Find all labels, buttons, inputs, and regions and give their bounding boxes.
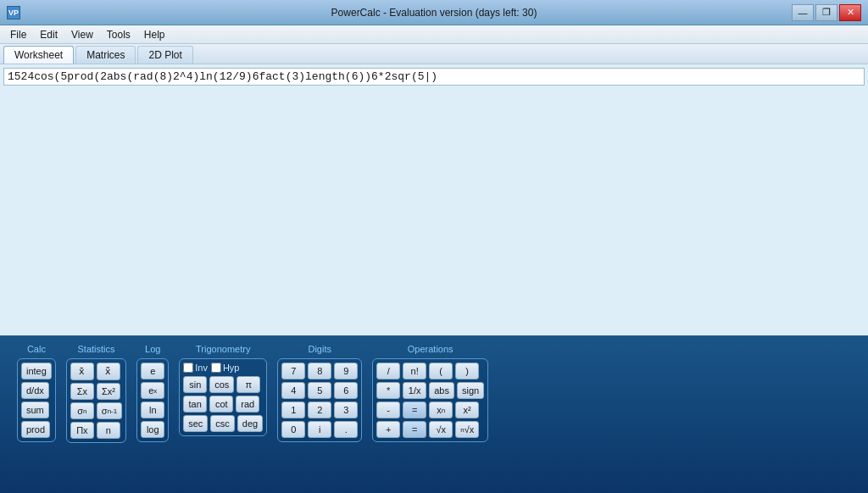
group-digits-title: Digits	[308, 344, 331, 354]
group-operations: Operations / n! ( ) * 1/x abs sign - = x…	[372, 344, 488, 442]
btn-equals2[interactable]: =	[403, 421, 426, 438]
menubar: File Edit View Tools Help	[0, 25, 868, 44]
btn-ddx[interactable]: d/dx	[21, 382, 49, 399]
btn-n[interactable]: n	[97, 422, 120, 439]
btn-recip[interactable]: 1/x	[403, 382, 426, 399]
btn-e[interactable]: e	[141, 363, 164, 379]
btn-sin[interactable]: sin	[183, 376, 207, 393]
btn-log[interactable]: log	[141, 421, 164, 438]
titlebar-left: VP	[7, 6, 20, 19]
btn-abs[interactable]: abs	[429, 382, 454, 399]
menu-view[interactable]: View	[64, 27, 100, 42]
formula-input[interactable]	[3, 68, 865, 86]
btn-sumx[interactable]: Σx	[70, 383, 94, 400]
menu-help[interactable]: Help	[137, 27, 172, 42]
group-trig-title: Trigonometry	[196, 344, 250, 354]
btn-cot[interactable]: cot	[209, 396, 233, 413]
btn-prod[interactable]: prod	[21, 421, 50, 438]
btn-i[interactable]: i	[308, 421, 331, 438]
worksheet-area	[0, 64, 868, 335]
btn-rparen[interactable]: )	[455, 363, 479, 379]
btn-sign[interactable]: sign	[457, 382, 484, 399]
btn-1[interactable]: 1	[281, 402, 305, 418]
group-log-inner: e ex ln log	[136, 358, 169, 442]
group-calc-title: Calc	[27, 344, 46, 354]
btn-ex[interactable]: ex	[141, 382, 164, 399]
inv-label: Inv	[195, 363, 208, 373]
hyp-checkbox[interactable]	[211, 363, 221, 373]
btn-nthroot[interactable]: n√x	[455, 421, 479, 438]
btn-mean[interactable]: x̄	[70, 363, 94, 380]
group-trig: Trigonometry Inv Hyp sin cos π tan cot r…	[179, 344, 267, 436]
btn-subtract[interactable]: -	[376, 402, 400, 418]
group-calc-inner: integ d/dx sum prod	[17, 358, 56, 442]
group-statistics-title: Statistics	[78, 344, 115, 354]
btn-0[interactable]: 0	[281, 421, 305, 438]
group-log: Log e ex ln log	[136, 344, 169, 442]
btn-add[interactable]: +	[376, 421, 400, 438]
group-statistics-inner: x̄ x̃ Σx Σx² σn σn-1 Πx n	[66, 358, 126, 443]
btn-sec[interactable]: sec	[183, 415, 208, 432]
btn-xn[interactable]: xn	[429, 402, 453, 418]
minimize-button[interactable]: —	[792, 4, 814, 21]
titlebar: VP PowerCalc - Evaluation version (days …	[0, 0, 868, 25]
btn-3[interactable]: 3	[334, 402, 358, 418]
btn-9[interactable]: 9	[334, 363, 358, 379]
btn-divide[interactable]: /	[376, 363, 400, 379]
group-digits: Digits 7 8 9 4 5 6 1 2 3 0 i .	[277, 344, 362, 442]
btn-8[interactable]: 8	[308, 363, 331, 379]
btn-equals[interactable]: =	[403, 402, 426, 418]
group-operations-title: Operations	[408, 344, 453, 354]
menu-edit[interactable]: Edit	[33, 27, 64, 42]
tab-2dplot[interactable]: 2D Plot	[137, 46, 192, 64]
hyp-checkbox-label[interactable]: Hyp	[211, 363, 240, 373]
btn-7[interactable]: 7	[281, 363, 305, 379]
group-operations-inner: / n! ( ) * 1/x abs sign - = xn x² + = √x	[372, 358, 488, 442]
tabbar: Worksheet Matrices 2D Plot	[0, 44, 868, 64]
btn-x2[interactable]: x²	[455, 402, 479, 418]
btn-sqrt[interactable]: √x	[429, 421, 453, 438]
titlebar-title: PowerCalc - Evaluation version (days lef…	[0, 7, 868, 19]
inv-checkbox-label[interactable]: Inv	[183, 363, 208, 373]
restore-button[interactable]: ❐	[815, 4, 837, 21]
btn-multiply[interactable]: *	[376, 382, 400, 399]
btn-sumx2[interactable]: Σx²	[97, 383, 120, 400]
btn-lparen[interactable]: (	[429, 363, 453, 379]
group-calc: Calc integ d/dx sum prod	[17, 344, 56, 442]
group-statistics: Statistics x̄ x̃ Σx Σx² σn σn-1 Πx n	[66, 344, 126, 443]
btn-rad[interactable]: rad	[236, 396, 259, 413]
app-icon: VP	[7, 6, 20, 19]
btn-integ[interactable]: integ	[21, 363, 52, 379]
group-digits-inner: 7 8 9 4 5 6 1 2 3 0 i .	[277, 358, 362, 442]
group-log-title: Log	[145, 344, 160, 354]
tab-matrices[interactable]: Matrices	[75, 46, 136, 64]
btn-sigman[interactable]: σn	[70, 402, 94, 419]
btn-median[interactable]: x̃	[97, 363, 120, 380]
menu-tools[interactable]: Tools	[100, 27, 137, 42]
bottom-panel: Calc integ d/dx sum prod Statistics x̄ x…	[0, 335, 868, 493]
group-trig-inner: Inv Hyp sin cos π tan cot rad sec csc de…	[179, 358, 267, 436]
btn-2[interactable]: 2	[308, 402, 331, 418]
btn-factorial[interactable]: n!	[403, 363, 426, 379]
btn-cos[interactable]: cos	[209, 376, 234, 393]
btn-deg[interactable]: deg	[237, 415, 263, 432]
btn-csc[interactable]: csc	[210, 415, 235, 432]
btn-tan[interactable]: tan	[183, 396, 207, 413]
btn-prodx[interactable]: Πx	[70, 422, 94, 439]
titlebar-controls: — ❐ ✕	[792, 4, 861, 21]
btn-sum[interactable]: sum	[21, 402, 49, 418]
inv-checkbox[interactable]	[183, 363, 193, 373]
btn-dot[interactable]: .	[334, 421, 358, 438]
btn-pi[interactable]: π	[236, 376, 260, 393]
btn-sigman1[interactable]: σn-1	[97, 402, 122, 419]
btn-ln[interactable]: ln	[141, 402, 164, 418]
btn-4[interactable]: 4	[281, 382, 305, 399]
close-button[interactable]: ✕	[839, 4, 861, 21]
tab-worksheet[interactable]: Worksheet	[3, 46, 74, 64]
btn-6[interactable]: 6	[334, 382, 358, 399]
btn-5[interactable]: 5	[308, 382, 331, 399]
hyp-label: Hyp	[223, 363, 240, 373]
menu-file[interactable]: File	[3, 27, 33, 42]
